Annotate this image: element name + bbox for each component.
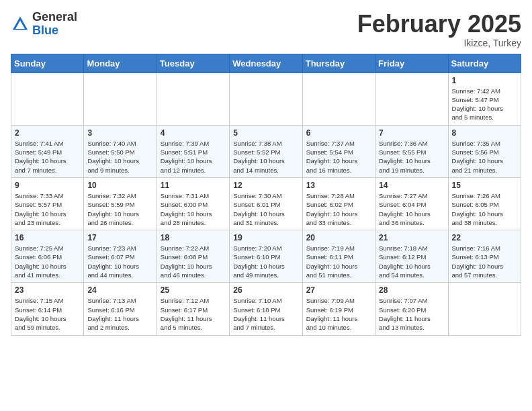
logo: General Blue	[11, 11, 77, 38]
day-info: Sunrise: 7:31 AM Sunset: 6:00 PM Dayligh…	[161, 191, 226, 227]
day-number: 7	[379, 128, 444, 138]
day-number: 5	[233, 128, 298, 138]
day-number: 3	[87, 128, 152, 138]
day-cell: 15Sunrise: 7:26 AM Sunset: 6:05 PM Dayli…	[448, 177, 521, 230]
week-row-3: 9Sunrise: 7:33 AM Sunset: 5:57 PM Daylig…	[11, 177, 521, 230]
day-cell: 20Sunrise: 7:19 AM Sunset: 6:11 PM Dayli…	[302, 230, 375, 283]
day-number: 25	[161, 285, 226, 295]
logo-general-text: General	[32, 11, 77, 24]
day-cell: 28Sunrise: 7:07 AM Sunset: 6:20 PM Dayli…	[375, 283, 448, 335]
day-number: 2	[15, 128, 80, 138]
day-cell: 6Sunrise: 7:37 AM Sunset: 5:54 PM Daylig…	[302, 125, 375, 177]
day-cell	[11, 73, 84, 125]
day-number: 12	[233, 181, 298, 190]
day-number: 11	[161, 181, 226, 190]
day-number: 14	[379, 181, 444, 190]
day-number: 18	[161, 233, 226, 242]
day-cell: 2Sunrise: 7:41 AM Sunset: 5:49 PM Daylig…	[11, 125, 84, 177]
day-number: 28	[379, 285, 444, 295]
day-info: Sunrise: 7:42 AM Sunset: 5:47 PM Dayligh…	[452, 87, 517, 122]
week-row-4: 16Sunrise: 7:25 AM Sunset: 6:06 PM Dayli…	[11, 230, 521, 283]
day-info: Sunrise: 7:30 AM Sunset: 6:01 PM Dayligh…	[233, 191, 298, 227]
day-cell: 23Sunrise: 7:15 AM Sunset: 6:14 PM Dayli…	[11, 283, 84, 335]
day-cell: 4Sunrise: 7:39 AM Sunset: 5:51 PM Daylig…	[157, 125, 229, 177]
day-number: 26	[233, 285, 298, 295]
day-number: 27	[306, 285, 371, 295]
day-cell: 13Sunrise: 7:28 AM Sunset: 6:02 PM Dayli…	[302, 177, 375, 230]
day-info: Sunrise: 7:27 AM Sunset: 6:04 PM Dayligh…	[379, 191, 444, 227]
day-cell: 27Sunrise: 7:09 AM Sunset: 6:19 PM Dayli…	[302, 283, 375, 335]
day-number: 6	[306, 128, 371, 138]
day-info: Sunrise: 7:18 AM Sunset: 6:12 PM Dayligh…	[379, 244, 444, 279]
day-info: Sunrise: 7:19 AM Sunset: 6:11 PM Dayligh…	[306, 244, 371, 279]
day-number: 23	[15, 285, 80, 295]
page-header: General Blue February 2025 Ikizce, Turke…	[11, 11, 521, 48]
day-info: Sunrise: 7:37 AM Sunset: 5:54 PM Dayligh…	[306, 139, 371, 175]
day-cell	[302, 73, 375, 125]
weekday-header-tuesday: Tuesday	[157, 54, 229, 73]
day-cell: 19Sunrise: 7:20 AM Sunset: 6:10 PM Dayli…	[230, 230, 302, 283]
day-cell: 25Sunrise: 7:12 AM Sunset: 6:17 PM Dayli…	[157, 283, 229, 335]
day-info: Sunrise: 7:13 AM Sunset: 6:16 PM Dayligh…	[87, 296, 152, 332]
day-info: Sunrise: 7:25 AM Sunset: 6:06 PM Dayligh…	[15, 244, 80, 279]
day-number: 24	[87, 285, 152, 295]
day-cell: 11Sunrise: 7:31 AM Sunset: 6:00 PM Dayli…	[157, 177, 229, 230]
day-number: 1	[452, 76, 517, 85]
title-block: February 2025 Ikizce, Turkey	[357, 11, 521, 48]
day-info: Sunrise: 7:22 AM Sunset: 6:08 PM Dayligh…	[161, 244, 226, 279]
day-cell: 16Sunrise: 7:25 AM Sunset: 6:06 PM Dayli…	[11, 230, 84, 283]
day-info: Sunrise: 7:33 AM Sunset: 5:57 PM Dayligh…	[15, 191, 80, 227]
day-cell: 9Sunrise: 7:33 AM Sunset: 5:57 PM Daylig…	[11, 177, 84, 230]
day-number: 20	[306, 233, 371, 242]
day-info: Sunrise: 7:38 AM Sunset: 5:52 PM Dayligh…	[233, 139, 298, 175]
logo-blue-text: Blue	[32, 24, 77, 38]
day-cell	[448, 283, 521, 335]
day-number: 15	[452, 181, 517, 190]
logo-text: General Blue	[32, 11, 77, 38]
week-row-5: 23Sunrise: 7:15 AM Sunset: 6:14 PM Dayli…	[11, 283, 521, 335]
logo-icon	[11, 15, 30, 34]
day-info: Sunrise: 7:10 AM Sunset: 6:18 PM Dayligh…	[233, 296, 298, 332]
month-title: February 2025	[357, 11, 521, 38]
day-cell: 3Sunrise: 7:40 AM Sunset: 5:50 PM Daylig…	[84, 125, 157, 177]
day-cell: 24Sunrise: 7:13 AM Sunset: 6:16 PM Dayli…	[84, 283, 157, 335]
day-info: Sunrise: 7:09 AM Sunset: 6:19 PM Dayligh…	[306, 296, 371, 332]
day-number: 13	[306, 181, 371, 190]
day-cell: 1Sunrise: 7:42 AM Sunset: 5:47 PM Daylig…	[448, 73, 521, 125]
day-number: 4	[161, 128, 226, 138]
weekday-header-sunday: Sunday	[11, 54, 84, 73]
day-cell	[375, 73, 448, 125]
day-number: 10	[87, 181, 152, 190]
calendar-table: SundayMondayTuesdayWednesdayThursdayFrid…	[11, 54, 521, 336]
day-cell: 7Sunrise: 7:36 AM Sunset: 5:55 PM Daylig…	[375, 125, 448, 177]
week-row-2: 2Sunrise: 7:41 AM Sunset: 5:49 PM Daylig…	[11, 125, 521, 177]
weekday-header-thursday: Thursday	[302, 54, 375, 73]
weekday-header-monday: Monday	[84, 54, 157, 73]
day-info: Sunrise: 7:36 AM Sunset: 5:55 PM Dayligh…	[379, 139, 444, 175]
day-cell	[157, 73, 229, 125]
day-info: Sunrise: 7:12 AM Sunset: 6:17 PM Dayligh…	[161, 296, 226, 332]
day-number: 19	[233, 233, 298, 242]
day-info: Sunrise: 7:07 AM Sunset: 6:20 PM Dayligh…	[379, 296, 444, 332]
day-cell	[84, 73, 157, 125]
day-number: 22	[452, 233, 517, 242]
day-number: 9	[15, 181, 80, 190]
day-number: 8	[452, 128, 517, 138]
day-info: Sunrise: 7:16 AM Sunset: 6:13 PM Dayligh…	[452, 244, 517, 279]
day-info: Sunrise: 7:41 AM Sunset: 5:49 PM Dayligh…	[15, 139, 80, 175]
day-cell: 14Sunrise: 7:27 AM Sunset: 6:04 PM Dayli…	[375, 177, 448, 230]
day-cell: 18Sunrise: 7:22 AM Sunset: 6:08 PM Dayli…	[157, 230, 229, 283]
day-info: Sunrise: 7:28 AM Sunset: 6:02 PM Dayligh…	[306, 191, 371, 227]
location: Ikizce, Turkey	[357, 38, 521, 48]
day-info: Sunrise: 7:15 AM Sunset: 6:14 PM Dayligh…	[15, 296, 80, 332]
day-info: Sunrise: 7:32 AM Sunset: 5:59 PM Dayligh…	[87, 191, 152, 227]
day-cell: 8Sunrise: 7:35 AM Sunset: 5:56 PM Daylig…	[448, 125, 521, 177]
day-info: Sunrise: 7:23 AM Sunset: 6:07 PM Dayligh…	[87, 244, 152, 279]
day-info: Sunrise: 7:26 AM Sunset: 6:05 PM Dayligh…	[452, 191, 517, 227]
weekday-header-wednesday: Wednesday	[230, 54, 302, 73]
day-cell: 12Sunrise: 7:30 AM Sunset: 6:01 PM Dayli…	[230, 177, 302, 230]
day-number: 17	[87, 233, 152, 242]
weekday-header-saturday: Saturday	[448, 54, 521, 73]
day-cell: 5Sunrise: 7:38 AM Sunset: 5:52 PM Daylig…	[230, 125, 302, 177]
day-cell: 26Sunrise: 7:10 AM Sunset: 6:18 PM Dayli…	[230, 283, 302, 335]
